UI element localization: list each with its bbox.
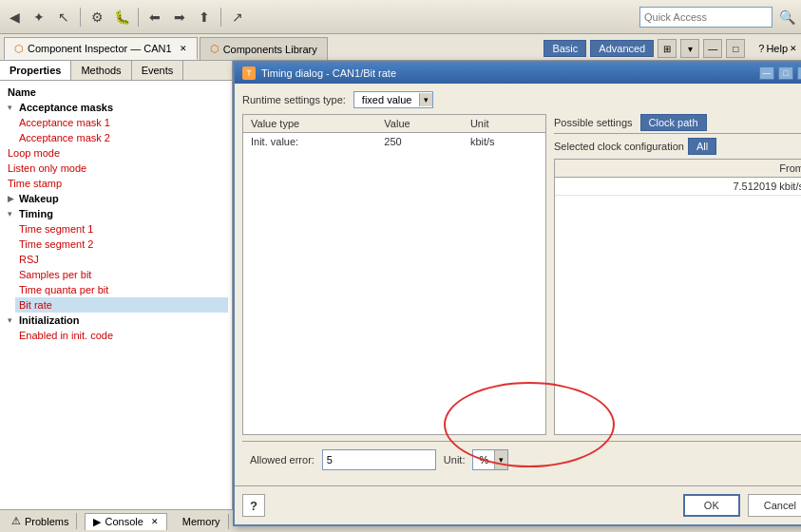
property-tree: Name ▾ Acceptance masks Acceptance mask … — [0, 81, 232, 521]
close-tab-icon[interactable]: ✕ — [180, 44, 187, 53]
tree-item-initialization[interactable]: ▾ Initialization — [4, 313, 228, 328]
problems-label: Problems — [25, 516, 68, 527]
cancel-button[interactable]: Cancel — [748, 494, 801, 517]
bottom-section: Allowed error: Unit: % ▾ — [242, 441, 801, 478]
tab-component-inspector-label: Component Inspector — CAN1 — [28, 43, 172, 54]
tab-properties[interactable]: Properties — [0, 61, 71, 80]
unit-select-value: % — [473, 454, 494, 466]
tree-item-time-seg-1[interactable]: Time segment 1 — [15, 221, 228, 237]
possible-settings-label: Possible settings — [554, 117, 633, 128]
clock-config-all-btn[interactable]: All — [688, 138, 716, 155]
tree-item-acceptance-mask-1[interactable]: Acceptance mask 1 — [15, 115, 228, 130]
runtime-select[interactable]: fixed value ▾ — [353, 91, 434, 108]
monitor-icon[interactable]: ⊞ — [658, 39, 677, 58]
listen-only-label: Listen only mode — [8, 162, 86, 174]
nav-back-icon[interactable]: ⬅ — [144, 7, 165, 28]
unit-select-arrow[interactable]: ▾ — [494, 450, 507, 469]
main-area: Properties Methods Events Name ▾ Accepta… — [0, 61, 801, 532]
wakeup-label: Wakeup — [19, 193, 59, 204]
dialog-body: Runtime settings type: fixed value ▾ Val… — [235, 84, 801, 485]
bit-rate-label: Bit rate — [19, 299, 52, 311]
collapse-icon-init: ▾ — [8, 315, 17, 325]
init-unit: kbit/s — [463, 133, 545, 151]
console-icon: ▶ — [93, 516, 101, 528]
tree-item-bit-rate[interactable]: Bit rate — [15, 297, 228, 313]
btn-basic[interactable]: Basic — [544, 40, 586, 57]
back-icon[interactable]: ◀ — [4, 7, 25, 28]
init-value: 250 — [376, 133, 463, 151]
nav-fwd-icon[interactable]: ➡ — [169, 7, 190, 28]
tree-item-acceptance-mask-2[interactable]: Acceptance mask 2 — [15, 130, 228, 145]
col-value-type: Value type — [243, 115, 376, 133]
tree-item-rsj[interactable]: RSJ — [15, 252, 228, 267]
maximize-icon[interactable]: □ — [726, 39, 745, 58]
dialog-close-btn[interactable]: ✕ — [797, 66, 801, 80]
ok-button[interactable]: OK — [683, 494, 740, 517]
unit-label: Unit: — [444, 454, 466, 466]
tab-components-library-label: Components Library — [223, 44, 317, 55]
sep2 — [138, 8, 139, 27]
search-icon[interactable]: 🔍 — [776, 7, 797, 28]
close-help-icon[interactable]: ✕ — [790, 44, 797, 53]
dialog-maximize-btn[interactable]: □ — [778, 66, 793, 80]
allowed-error-label: Allowed error: — [250, 454, 315, 466]
time-quanta-label: Time quanta per bit — [19, 284, 108, 295]
status-tab-console[interactable]: ▶ Console ✕ — [85, 513, 166, 530]
status-tab-memory[interactable]: Memory — [175, 514, 229, 529]
tree-item-wakeup[interactable]: ▶ Wakeup — [4, 191, 228, 206]
tree-item-loop-mode[interactable]: Loop mode — [4, 145, 228, 161]
from-header: From — [555, 160, 801, 178]
tree-item-time-quanta[interactable]: Time quanta per bit — [15, 282, 228, 297]
unit-select[interactable]: % ▾ — [472, 449, 508, 470]
tree-item-samples-per-bit[interactable]: Samples per bit — [15, 267, 228, 282]
debug-icon[interactable]: 🐛 — [111, 7, 132, 28]
btn-advanced[interactable]: Advanced — [590, 40, 654, 57]
right-panel: T Timing dialog - CAN1/Bit rate — □ ✕ Ru… — [233, 61, 801, 532]
sparkle-icon[interactable]: ✦ — [29, 7, 49, 28]
runtime-select-arrow[interactable]: ▾ — [419, 93, 432, 106]
tree-item-time-seg-2[interactable]: Time segment 2 — [15, 237, 228, 252]
time-seg-2-label: Time segment 2 — [19, 238, 93, 250]
tree-item-acceptance-masks[interactable]: ▾ Acceptance masks — [4, 100, 228, 115]
content-split: Value type Value Unit Init. value: 250 k… — [242, 114, 801, 435]
tab-events[interactable]: Events — [132, 61, 184, 80]
time-stamp-label: Time stamp — [8, 178, 62, 189]
memory-label: Memory — [182, 516, 220, 527]
tree-item-enabled-init[interactable]: Enabled in init. code — [15, 328, 228, 343]
cursor-icon[interactable]: ↖ — [53, 7, 74, 28]
runtime-label: Runtime settings type: — [242, 94, 346, 105]
enabled-init-label: Enabled in init. code — [19, 330, 113, 341]
tab-components-library[interactable]: ⬡ Components Library — [200, 37, 328, 60]
tree-item-listen-only[interactable]: Listen only mode — [4, 161, 228, 176]
nav-up-icon[interactable]: ⬆ — [194, 7, 215, 28]
dialog-title-left: T Timing dialog - CAN1/Bit rate — [242, 66, 396, 80]
allowed-error-input[interactable] — [322, 449, 436, 470]
status-tab-problems[interactable]: ⚠ Problems — [4, 513, 77, 529]
component-inspector-panel: Properties Methods Events Name ▾ Accepta… — [0, 61, 233, 532]
table-row: Init. value: 250 kbit/s — [243, 133, 545, 151]
samples-per-bit-label: Samples per bit — [19, 269, 91, 280]
tab-methods[interactable]: Methods — [71, 61, 131, 80]
clock-config-row: Selected clock configuration All — [554, 138, 801, 155]
tree-item-timing[interactable]: ▾ Timing — [4, 206, 228, 221]
expand-icon-wakeup: ▶ — [8, 194, 17, 203]
runtime-select-value: fixed value — [354, 92, 420, 107]
minimize-icon[interactable]: — — [703, 39, 722, 58]
export-icon[interactable]: ↗ — [227, 7, 248, 28]
collapse-icon-timing: ▾ — [8, 209, 17, 218]
search-input[interactable] — [639, 7, 772, 28]
collapse-icon[interactable]: ▾ — [680, 39, 699, 58]
dialog-buttons: ? OK Cancel — [235, 485, 801, 524]
possible-settings: Possible settings Clock path Selected cl… — [554, 114, 801, 435]
help-button[interactable]: ? — [242, 494, 265, 517]
tab-clock-path[interactable]: Clock path — [640, 114, 707, 131]
dialog-title-text: Timing dialog - CAN1/Bit rate — [261, 67, 396, 79]
close-console-icon[interactable]: ✕ — [151, 517, 159, 526]
inspector-tabs: Properties Methods Events — [0, 61, 232, 81]
clock-config-label: Selected clock configuration — [554, 141, 684, 152]
loop-mode-label: Loop mode — [8, 147, 60, 159]
tab-component-inspector[interactable]: ⬡ Component Inspector — CAN1 ✕ — [4, 37, 198, 60]
tree-item-time-stamp[interactable]: Time stamp — [4, 176, 228, 191]
dialog-minimize-btn[interactable]: — — [759, 66, 774, 80]
build-icon[interactable]: ⚙ — [86, 7, 107, 28]
